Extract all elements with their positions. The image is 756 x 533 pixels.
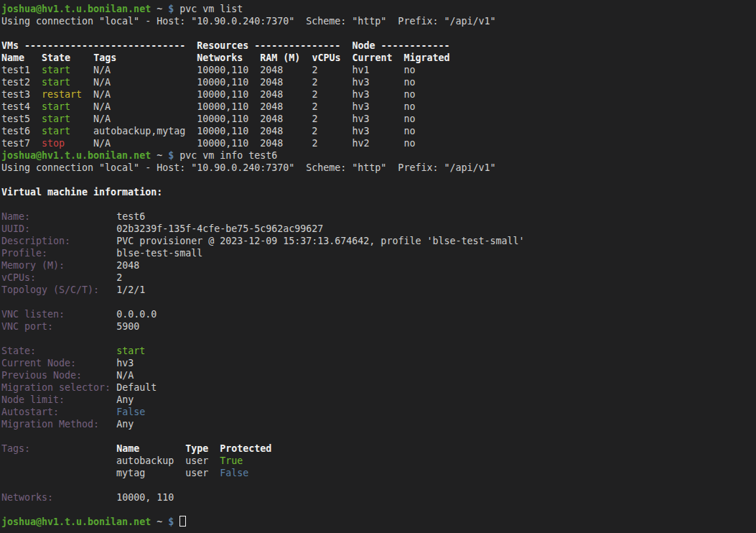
blank-line [1, 198, 756, 210]
info-value: start [116, 346, 145, 356]
vm-networks-cell: 10000,110 [197, 65, 248, 75]
vm-tags-cell: N/A [93, 138, 111, 149]
info-value: 1/2/1 [116, 284, 145, 295]
vm-name-cell: test2 [1, 77, 30, 88]
info-value: False [116, 407, 145, 417]
prompt-symbol: $ [168, 150, 174, 161]
column-header: Migrated [403, 52, 449, 63]
info-label: Tags: [1, 443, 30, 454]
vm-ram-cell: 2048 [260, 138, 283, 149]
vm-name-cell: test5 [1, 113, 30, 124]
vm-current-node-cell: hv2 [352, 138, 369, 149]
vm-name-cell: test4 [1, 101, 30, 112]
column-header: State [42, 52, 70, 63]
vm-migrated-cell: no [404, 126, 416, 136]
info-value: N/A [116, 370, 134, 381]
info-label: Node limit: [1, 394, 65, 405]
vm-name-cell: test1 [1, 65, 30, 75]
info-value: 5900 [116, 321, 139, 332]
vm-migrated-cell: no [404, 113, 416, 124]
connection-status-line: Using connection "local" - Host: "10.90.… [1, 162, 756, 174]
blank-line [1, 430, 756, 442]
prompt-cwd: ~ [151, 150, 168, 161]
vm-state-cell: stop [42, 138, 65, 149]
info-label: Topology (S/C/T): [1, 284, 99, 295]
vm-list-row: test3 restart N/A 10000,110 2048 2 hv3 n… [1, 88, 756, 101]
vm-vcpus-cell: 2 [312, 101, 317, 112]
vm-info-field: Description: PVC provisioner @ 2023-12-0… [1, 235, 756, 247]
blank-line [1, 504, 756, 516]
vm-name-cell: test7 [1, 138, 30, 149]
vm-current-node-cell: hv1 [352, 65, 369, 75]
vm-info-field: Memory (M): 2048 [1, 259, 756, 272]
vm-state-cell: start [42, 101, 70, 112]
tag-type-cell: user [185, 455, 208, 466]
vm-name-cell: test6 [1, 126, 30, 136]
info-value: 2 [116, 272, 122, 283]
vm-migrated-cell: no [404, 138, 416, 149]
column-header: Type [185, 443, 208, 454]
vm-info-field: Profile: blse-test-small [1, 247, 756, 259]
vm-info-field: Migration Method: Any [1, 418, 756, 430]
vm-ram-cell: 2048 [260, 77, 283, 88]
vm-list-row: test6 start autobackup,mytag 10000,110 2… [1, 125, 756, 137]
shell-prompt-cursor-line: joshua@hv1.t.u.bonilan.net ~ $ [1, 516, 756, 528]
vm-info-field: Name: test6 [1, 210, 756, 223]
info-label: Name: [1, 211, 30, 222]
column-header: Name [1, 52, 24, 63]
column-header: vCPUs [312, 52, 340, 63]
vm-ram-cell: 2048 [260, 126, 283, 136]
tags-table-header: Tags: Name Type Protected [1, 442, 756, 455]
prompt-user-host: joshua@hv1.t.u.bonilan.net [1, 4, 151, 14]
info-label: Previous Node: [1, 370, 82, 381]
column-header: RAM (M) [260, 52, 300, 63]
prompt-symbol: $ [168, 4, 174, 14]
vm-networks-cell: 10000,110 [197, 101, 248, 112]
vm-state-cell: start [42, 113, 70, 124]
vm-list-row: test5 start N/A 10000,110 2048 2 hv3 no [1, 113, 756, 125]
info-value: 0.0.0.0 [116, 309, 157, 320]
prompt-user-host: joshua@hv1.t.u.bonilan.net [1, 516, 151, 527]
tag-protected-cell: True [220, 455, 243, 466]
connection-status-text: Using connection "local" - Host: "10.90.… [1, 16, 495, 27]
vm-vcpus-cell: 2 [312, 89, 317, 100]
vm-tags-cell: N/A [93, 65, 111, 75]
info-value: Default [116, 382, 157, 393]
vm-current-node-cell: hv3 [352, 77, 369, 88]
vm-vcpus-cell: 2 [312, 138, 317, 149]
vm-info-field: Node limit: Any [1, 394, 756, 406]
prompt-symbol: $ [168, 516, 174, 527]
vm-info-field: Migration selector: Default [1, 381, 756, 394]
vm-current-node-cell: hv3 [352, 89, 369, 100]
prompt-cwd: ~ [151, 516, 168, 527]
section-divider: --------------- [254, 40, 340, 51]
vm-networks-cell: 10000,110 [197, 113, 248, 124]
shell-prompt-line: joshua@hv1.t.u.bonilan.net ~ $ pvc vm li… [1, 3, 756, 15]
tags-table-row: mytag user False [1, 467, 756, 479]
vm-list-row: test2 start N/A 10000,110 2048 2 hv3 no [1, 76, 756, 88]
info-label: VNC listen: [1, 309, 65, 320]
vm-tags-cell: N/A [93, 113, 111, 124]
blank-line [1, 296, 756, 308]
column-header: Current [352, 52, 392, 63]
vm-info-field: Autostart: False [1, 406, 756, 418]
vm-list-column-header: Name State Tags Networks RAM (M) vCPUs C… [1, 52, 756, 64]
vm-info-field: VNC listen: 0.0.0.0 [1, 308, 756, 320]
info-label: State: [1, 346, 36, 356]
vm-ram-cell: 2048 [260, 101, 283, 112]
vm-info-title: Virtual machine information: [1, 186, 756, 198]
prompt-user-host: joshua@hv1.t.u.bonilan.net [1, 150, 151, 161]
vm-vcpus-cell: 2 [312, 126, 317, 136]
info-value: Any [116, 394, 134, 405]
info-label: Memory (M): [1, 260, 65, 271]
column-header: Protected [220, 443, 271, 454]
networks-field: Networks: 10000, 110 [1, 491, 756, 504]
terminal-screen[interactable]: joshua@hv1.t.u.bonilan.net ~ $ pvc vm li… [0, 0, 756, 528]
vm-tags-cell: autobackup,mytag [93, 126, 185, 136]
shell-prompt-line: joshua@hv1.t.u.bonilan.net ~ $ pvc vm in… [1, 149, 756, 162]
terminal-window: { "palette": { "background": "#202021", … [0, 0, 756, 533]
command-text: pvc vm info test6 [174, 150, 277, 161]
tag-name-cell: autobackup [116, 455, 174, 466]
vm-state-cell: restart [42, 89, 82, 100]
info-label: VNC port: [1, 321, 53, 332]
